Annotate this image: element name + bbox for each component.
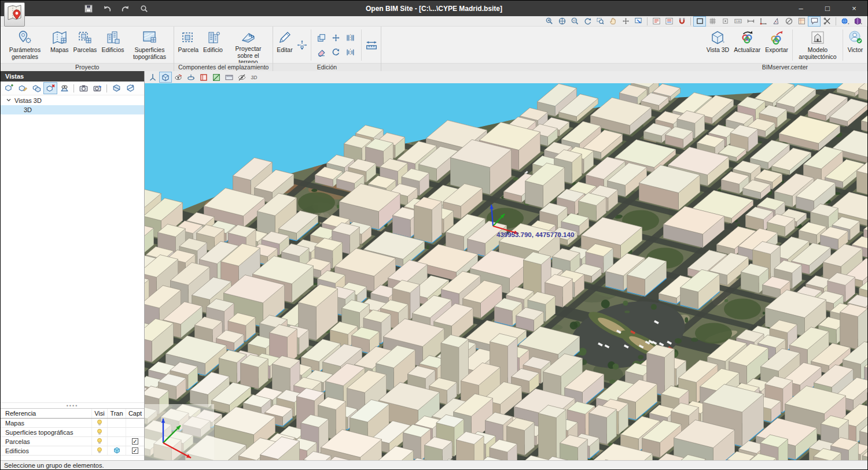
maximize-button[interactable]: □ [814,1,841,16]
mirror-move-button[interactable] [344,46,357,59]
mapas-button[interactable]: Mapas [48,27,71,63]
snap-point-button[interactable] [719,16,731,27]
ortho-mode-button[interactable] [782,16,795,27]
parcelas-label: Parcelas [73,47,97,54]
view-3d-options-button[interactable]: 3D [248,72,261,83]
parcelas-button[interactable]: Parcelas [71,27,100,63]
help-book-button[interactable] [851,16,864,27]
superficies-label: Superficies topográficas [128,47,170,60]
copy-icon [317,33,326,43]
save-button[interactable] [83,3,94,14]
vista-3d-button[interactable]: Vista 3D [704,27,732,63]
coordinate-axes-button[interactable] [146,72,159,83]
table-row-edificios[interactable]: Edificios✓ [1,446,144,456]
mirror-copy-button[interactable] [344,32,357,45]
visibility-bulb-icon[interactable] [95,446,104,456]
corner-reference-button[interactable] [757,16,770,27]
rotate-button[interactable] [330,46,343,59]
panel-splitter-handle[interactable]: •••• [1,402,144,408]
copy-button[interactable] [315,32,328,45]
orbit-view-button[interactable] [172,72,185,83]
online-services-button[interactable] [838,16,851,27]
table-row-mapas[interactable]: Mapas [1,419,144,428]
minimize-button[interactable]: – [788,1,814,16]
visibility-bulb-icon[interactable] [95,419,104,428]
grid-icon [708,17,717,25]
move-button[interactable] [330,32,343,45]
proyectar-sobre-terreno-button[interactable]: Proyectar sobre el terreno [225,27,271,63]
modelo-arquitectonico-button[interactable]: Modelo arquitectónico [795,27,841,63]
move-view-button[interactable] [619,16,632,27]
views-tree-item-3d[interactable]: 3D [1,105,144,114]
pan-hand-button[interactable] [606,16,619,27]
user-name-label: Victor [848,47,863,54]
search-button[interactable] [138,3,150,14]
zoom-extents-button[interactable] [556,16,568,27]
undo-button[interactable] [101,3,113,14]
find-text-button[interactable] [650,16,663,27]
dimension-style-button[interactable]: 1.00 [731,16,744,27]
capture-view-button[interactable] [76,82,90,94]
send-to-window-button[interactable] [632,16,645,27]
redo-button[interactable] [120,3,131,14]
comments-button[interactable] [808,16,821,27]
superficies-topograficas-button[interactable]: Superficies topográficas [126,27,172,63]
reference-label: Superficies topográficas [1,429,91,436]
selection-rectangle-button[interactable] [693,16,706,27]
view-3d-button[interactable] [159,72,172,83]
exportar-button[interactable]: Exportar [763,27,790,63]
application-menu-button[interactable] [4,2,25,27]
redraw-button[interactable] [581,16,594,27]
ribbon-group-proyecto: Parámetros generales Mapas Parcelas Edif… [1,27,174,71]
capture-checkbox[interactable]: ✓ [132,438,138,445]
editar-button[interactable]: Editar [274,27,295,63]
section-box-button[interactable] [197,72,210,83]
reference-label: Parcelas [1,438,91,445]
work-plane-button[interactable] [210,72,223,83]
views-tree-group[interactable]: Vistas 3D [1,95,144,105]
measure-length-button[interactable] [365,38,378,52]
visibility-bulb-icon[interactable] [95,428,104,437]
measure-grid-button[interactable] [223,72,236,83]
transparency-cube-icon[interactable] [113,446,121,456]
dimension-button[interactable] [744,16,757,27]
edificios-button[interactable]: Edificios [99,27,126,63]
reference-table-header: ReferenciaVisiTranCapt [1,409,144,419]
edit-view-button[interactable] [16,82,30,94]
grid-button[interactable] [706,16,719,27]
close-button[interactable]: × [841,1,867,16]
delete-view-button[interactable] [43,82,57,94]
apply-capture-button[interactable] [90,82,104,94]
hide-elements-button[interactable] [236,72,248,83]
actualizar-button[interactable]: Actualizar [731,27,763,63]
zoom-x2-button[interactable]: x2 [568,16,581,27]
viewport-3d[interactable]: 439953.790, 4475770.140 [145,83,867,460]
angle-protractor-button[interactable] [770,16,782,27]
replace-text-button[interactable] [663,16,675,27]
node-editor-button[interactable] [296,39,308,51]
table-row-parcelas[interactable]: Parcelas✓ [1,437,144,446]
viewport-3d-scene[interactable]: 439953.790, 4475770.140 [145,83,867,460]
section-back-button[interactable] [123,82,137,94]
work-plane-icon [212,73,221,82]
section-front-button[interactable] [109,82,123,94]
table-row-superficies-topográficas[interactable]: Superficies topográficas [1,428,144,437]
auxiliary-tools-button[interactable] [821,16,833,27]
zoom-previous-button[interactable] [543,16,556,27]
duplicate-view-button[interactable] [30,82,43,94]
zoom-window-button[interactable] [594,16,606,27]
object-snap-button[interactable] [675,16,688,27]
new-view-button[interactable] [2,82,16,94]
parcela-button[interactable]: Parcela [175,27,201,63]
section-box-icon [199,73,208,82]
parametros-generales-button[interactable]: Parámetros generales [2,27,48,63]
visibility-button[interactable] [57,82,71,94]
user-account-button[interactable]: Victor [845,27,866,63]
erase-button[interactable] [315,46,328,59]
visibility-bulb-icon[interactable] [95,437,104,446]
edit-view-icon [18,83,28,93]
turn-view-button[interactable] [185,72,197,83]
capture-checkbox[interactable]: ✓ [132,447,138,454]
background-template-button[interactable] [795,16,808,27]
edificio-button[interactable]: Edificio [201,27,225,63]
